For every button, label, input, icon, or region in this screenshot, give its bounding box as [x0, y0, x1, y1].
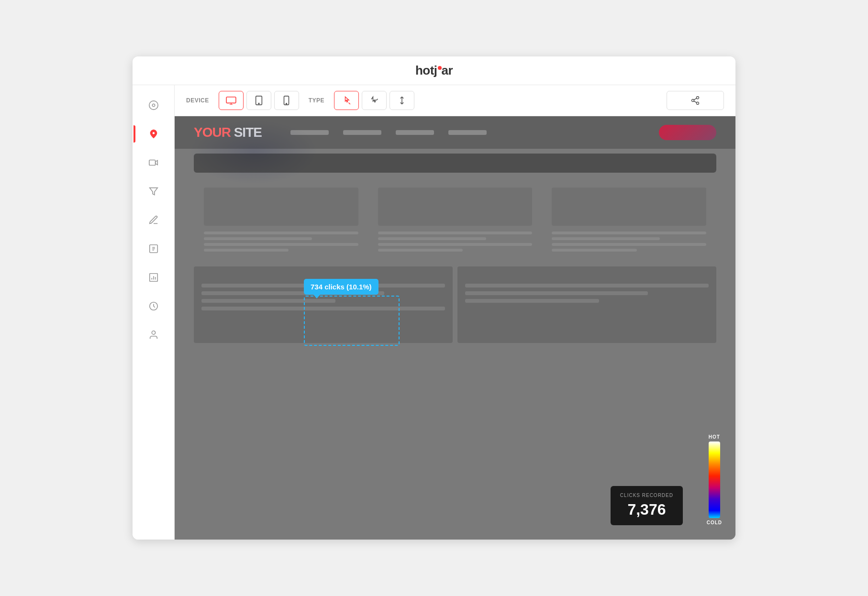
svg-point-9	[258, 103, 259, 104]
product-image-2	[378, 188, 533, 226]
click-tooltip: 734 clicks (10.1%)	[304, 279, 378, 295]
sidebar	[133, 85, 175, 540]
type-group	[334, 91, 414, 110]
bottom-card-lines	[465, 284, 709, 303]
sidebar-item-funnels[interactable]	[141, 179, 166, 204]
svg-point-0	[149, 101, 157, 110]
temperature-legend: HOT COLD	[707, 434, 722, 525]
svg-point-13	[692, 99, 694, 102]
click-tooltip-text: 734 clicks (10.1%)	[311, 283, 372, 291]
device-desktop-btn[interactable]	[219, 91, 244, 110]
stats-label: CLICKS RECORDED	[620, 493, 673, 498]
stats-value: 7,376	[620, 501, 673, 519]
stats-box: CLICKS RECORDED 7,376	[611, 486, 683, 525]
app-container: hotjar	[133, 56, 735, 540]
app-logo: hotjar	[415, 63, 453, 78]
svg-point-1	[152, 104, 155, 107]
share-button[interactable]	[667, 91, 724, 110]
type-click-btn[interactable]	[334, 91, 359, 110]
site-content: YOUR SITE	[175, 116, 735, 540]
product-line	[552, 243, 706, 246]
sidebar-item-feedback[interactable]	[141, 208, 166, 232]
product-card-2	[368, 178, 543, 261]
device-group	[219, 91, 299, 110]
product-line	[552, 232, 706, 234]
sidebar-item-dashboard[interactable]	[141, 93, 166, 118]
temp-bar	[709, 441, 720, 518]
product-line	[378, 243, 533, 246]
device-tablet-btn[interactable]	[246, 91, 271, 110]
nav-link-4	[448, 130, 487, 135]
product-image-1	[204, 188, 358, 226]
sidebar-item-polls[interactable]	[141, 236, 166, 261]
type-label: TYPE	[309, 97, 324, 104]
product-line	[378, 249, 463, 252]
device-label: DEVICE	[186, 97, 209, 104]
sidebar-item-history[interactable]	[141, 294, 166, 319]
product-line	[552, 237, 660, 240]
site-nav: YOUR SITE	[175, 116, 735, 149]
svg-rect-7	[226, 97, 236, 103]
product-image-3	[552, 188, 706, 226]
main-layout: DEVICE TYPE	[133, 85, 735, 540]
product-lines-2	[378, 232, 533, 252]
app-header: hotjar	[133, 56, 735, 85]
product-card-3	[542, 178, 716, 261]
product-card-1	[194, 178, 368, 261]
product-line	[204, 232, 358, 234]
selection-box	[304, 296, 400, 346]
product-line	[204, 237, 312, 240]
site-search	[194, 154, 716, 173]
svg-point-11	[286, 103, 287, 104]
nav-link-2	[343, 130, 381, 135]
type-scroll-btn[interactable]	[389, 91, 414, 110]
toolbar: DEVICE TYPE	[175, 85, 735, 116]
site-nav-right	[659, 125, 716, 140]
nav-link-3	[396, 130, 434, 135]
bottom-card-2	[457, 266, 716, 343]
sidebar-item-heatmaps[interactable]	[141, 121, 166, 146]
product-line	[204, 243, 358, 246]
product-line	[552, 249, 636, 252]
hot-label: HOT	[709, 434, 720, 440]
bottom-card-line	[465, 284, 709, 287]
site-logo: YOUR SITE	[194, 125, 262, 140]
svg-point-14	[697, 102, 699, 104]
svg-point-6	[152, 331, 155, 334]
sidebar-item-reports[interactable]	[141, 265, 166, 290]
bottom-card-line	[465, 299, 599, 303]
sidebar-item-users[interactable]	[141, 322, 166, 347]
product-lines-3	[552, 232, 706, 252]
product-line	[378, 232, 533, 234]
cold-label: COLD	[707, 520, 722, 525]
heatmap-area: YOUR SITE	[175, 116, 735, 540]
svg-point-12	[697, 97, 699, 99]
site-cta-button	[659, 125, 716, 140]
bottom-card-line	[465, 291, 648, 295]
product-line	[204, 249, 289, 252]
product-lines-1	[204, 232, 358, 252]
svg-rect-2	[149, 160, 155, 166]
site-nav-links	[290, 130, 487, 135]
content-area: DEVICE TYPE	[175, 85, 735, 540]
device-mobile-btn[interactable]	[274, 91, 299, 110]
sidebar-item-recordings[interactable]	[141, 150, 166, 175]
bottom-section	[194, 266, 716, 343]
product-row	[194, 177, 716, 262]
nav-link-1	[290, 130, 329, 135]
type-move-btn[interactable]	[362, 91, 387, 110]
product-line	[378, 237, 486, 240]
